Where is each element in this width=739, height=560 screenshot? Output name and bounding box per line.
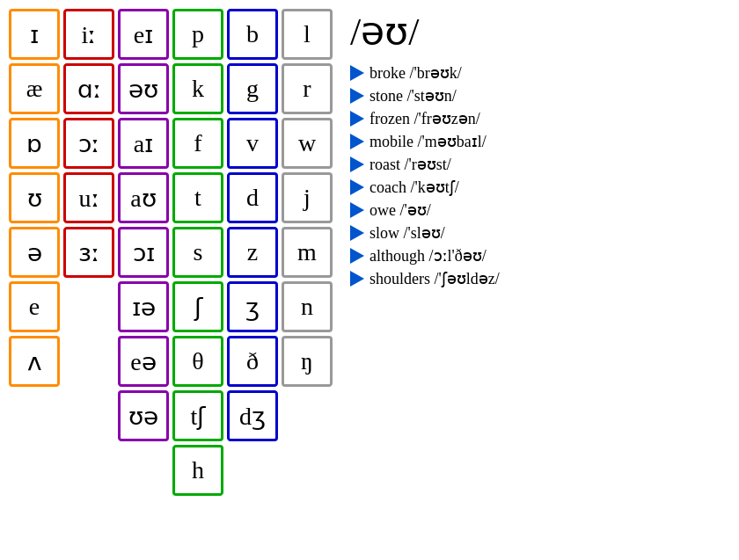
phoneme-p[interactable]: p: [172, 9, 223, 60]
column-orange: ɪ æ ɒ ʊ ə e ʌ: [9, 9, 60, 387]
word-0[interactable]: broke /'brəʊk/: [370, 63, 462, 83]
phoneme-l[interactable]: l: [282, 9, 333, 60]
phoneme-ɜː[interactable]: ɜː: [63, 227, 114, 278]
word-entry-3: mobile /'məʊbaɪl/: [350, 132, 588, 151]
word-4[interactable]: roast /'rəʊst/: [370, 155, 451, 174]
phoneme-iː[interactable]: iː: [63, 9, 114, 60]
word-entry-5: coach /'kəʊtʃ/: [350, 178, 588, 197]
phoneme-e[interactable]: e: [9, 281, 60, 332]
phoneme-dʒ[interactable]: dʒ: [227, 390, 278, 441]
phoneme-s[interactable]: s: [172, 227, 223, 278]
play-button-2[interactable]: [350, 111, 364, 127]
phoneme-k[interactable]: k: [172, 63, 223, 114]
phoneme-ð[interactable]: ð: [227, 336, 278, 387]
phoneme-j[interactable]: j: [282, 172, 333, 223]
play-button-5[interactable]: [350, 179, 364, 195]
word-2[interactable]: frozen /'frəʊzən/: [370, 109, 480, 128]
play-button-3[interactable]: [350, 134, 364, 149]
word-entry-0: broke /'brəʊk/: [350, 63, 588, 83]
phoneme-θ[interactable]: θ: [172, 336, 223, 387]
phoneme-z[interactable]: z: [227, 227, 278, 278]
phoneme-f[interactable]: f: [172, 118, 223, 169]
word-1[interactable]: stone /'stəʊn/: [370, 86, 457, 105]
word-9[interactable]: shoulders /'ʃəʊldəz/: [370, 269, 500, 288]
phoneme-ʌ[interactable]: ʌ: [9, 336, 60, 387]
column-purple: eɪ əʊ aɪ aʊ ɔɪ ɪə eə ʊə: [118, 9, 169, 441]
phoneme-əʊ[interactable]: əʊ: [118, 63, 169, 114]
phoneme-ɪ[interactable]: ɪ: [9, 9, 60, 60]
word-entry-4: roast /'rəʊst/: [350, 155, 588, 174]
phoneme-m[interactable]: m: [282, 227, 333, 278]
play-button-7[interactable]: [350, 225, 364, 241]
word-6[interactable]: owe /'əʊ/: [370, 200, 431, 220]
play-button-1[interactable]: [350, 88, 364, 104]
phoneme-tʃ[interactable]: tʃ: [172, 390, 223, 441]
phoneme-ɪə[interactable]: ɪə: [118, 281, 169, 332]
phoneme-ŋ[interactable]: ŋ: [282, 336, 333, 387]
phoneme-g[interactable]: g: [227, 63, 278, 114]
phoneme-v[interactable]: v: [227, 118, 278, 169]
word-8[interactable]: although /ɔːl'ðəʊ/: [370, 246, 487, 265]
word-entry-7: slow /'sləʊ/: [350, 223, 588, 243]
phoneme-ə[interactable]: ə: [9, 227, 60, 278]
play-button-6[interactable]: [350, 202, 364, 218]
phoneme-eə[interactable]: eə: [118, 336, 169, 387]
phoneme-aʊ[interactable]: aʊ: [118, 172, 169, 223]
phoneme-ʒ[interactable]: ʒ: [227, 281, 278, 332]
phoneme-d[interactable]: d: [227, 172, 278, 223]
phoneme-aɪ[interactable]: aɪ: [118, 118, 169, 169]
phoneme-n[interactable]: n: [282, 281, 333, 332]
column-blue: b g v d z ʒ ð dʒ: [227, 9, 278, 441]
phoneme-w[interactable]: w: [282, 118, 333, 169]
phoneme-t[interactable]: t: [172, 172, 223, 223]
word-entry-9: shoulders /'ʃəʊldəz/: [350, 269, 588, 288]
phoneme-grid: ɪ æ ɒ ʊ ə e ʌ iː ɑː ɔː uː ɜː eɪ əʊ aɪ aʊ…: [9, 9, 333, 496]
word-entry-1: stone /'stəʊn/: [350, 86, 588, 105]
right-panel: /əʊ/ broke /'brəʊk/ stone /'stəʊn/ froze…: [350, 9, 588, 288]
phoneme-ʊ[interactable]: ʊ: [9, 172, 60, 223]
phoneme-ʃ[interactable]: ʃ: [172, 281, 223, 332]
play-button-4[interactable]: [350, 156, 364, 172]
column-green: p k f t s ʃ θ tʃ h: [172, 9, 223, 496]
main-container: ɪ æ ɒ ʊ ə e ʌ iː ɑː ɔː uː ɜː eɪ əʊ aɪ aʊ…: [9, 9, 588, 496]
word-3[interactable]: mobile /'məʊbaɪl/: [370, 132, 487, 151]
phoneme-ɔɪ[interactable]: ɔɪ: [118, 227, 169, 278]
column-red: iː ɑː ɔː uː ɜː: [63, 9, 114, 278]
play-button-8[interactable]: [350, 248, 364, 264]
column-gray: l r w j m n ŋ: [282, 9, 333, 387]
word-entry-2: frozen /'frəʊzən/: [350, 109, 588, 128]
phoneme-r[interactable]: r: [282, 63, 333, 114]
play-button-0[interactable]: [350, 65, 364, 81]
phoneme-ɒ[interactable]: ɒ: [9, 118, 60, 169]
word-entry-8: although /ɔːl'ðəʊ/: [350, 246, 588, 265]
word-5[interactable]: coach /'kəʊtʃ/: [370, 178, 459, 197]
phoneme-æ[interactable]: æ: [9, 63, 60, 114]
phoneme-h[interactable]: h: [172, 445, 223, 496]
panel-title: /əʊ/: [350, 9, 588, 55]
phoneme-b[interactable]: b: [227, 9, 278, 60]
play-button-9[interactable]: [350, 271, 364, 287]
word-7[interactable]: slow /'sləʊ/: [370, 223, 445, 243]
phoneme-uː[interactable]: uː: [63, 172, 114, 223]
phoneme-eɪ[interactable]: eɪ: [118, 9, 169, 60]
phoneme-ɔː[interactable]: ɔː: [63, 118, 114, 169]
word-entry-6: owe /'əʊ/: [350, 200, 588, 220]
phoneme-ɑː[interactable]: ɑː: [63, 63, 114, 114]
phoneme-ʊə[interactable]: ʊə: [118, 390, 169, 441]
